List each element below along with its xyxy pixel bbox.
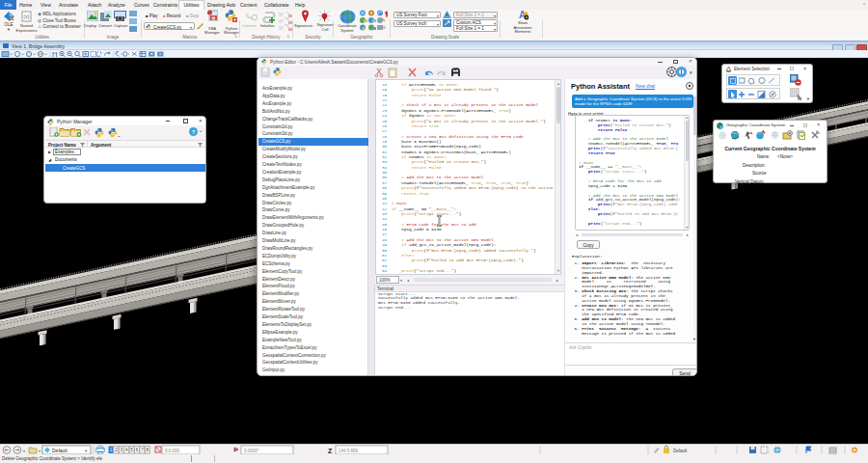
svg-text:▾: ▾ <box>690 69 692 75</box>
svg-text:▦: ▦ <box>212 15 216 20</box>
svg-text:▾: ▾ <box>39 449 41 453</box>
svg-text:(x): (x) <box>24 14 30 19</box>
svg-text:▾: ▾ <box>23 449 25 453</box>
svg-text:Default: Default <box>673 449 688 453</box>
svg-text:Default: Default <box>52 448 68 453</box>
svg-text:0.0000°: 0.0000° <box>244 449 259 453</box>
svg-text:?: ? <box>192 129 196 135</box>
svg-text:144 5.669: 144 5.669 <box>339 449 359 453</box>
svg-text:0:0.000: 0:0.000 <box>165 449 180 453</box>
svg-text:Z: Z <box>328 448 333 454</box>
